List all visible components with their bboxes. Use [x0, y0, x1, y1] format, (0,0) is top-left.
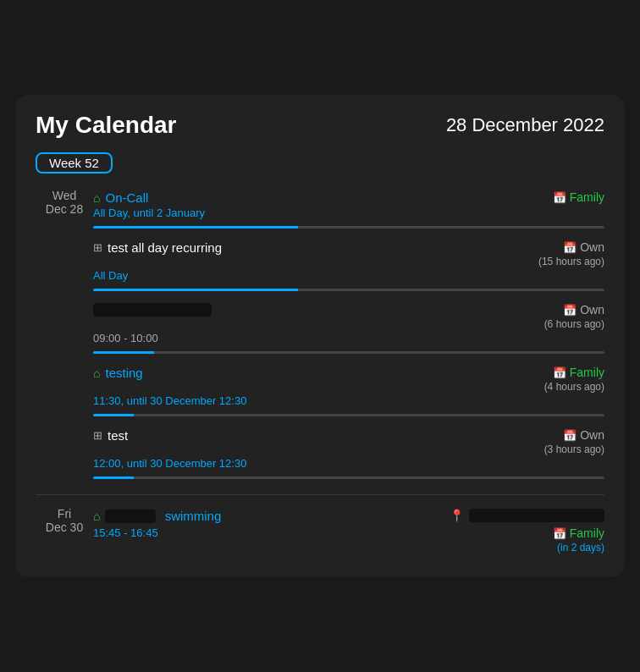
calendar-icon-oncall: 📅: [553, 191, 566, 204]
event-oncall[interactable]: ⌂ On-Call 📅 Family All Day, until 2 Janu…: [93, 185, 604, 235]
event-calendar-test: 📅 Own: [563, 428, 604, 442]
event-time-testallday: All Day: [93, 269, 128, 282]
day-section-fri: Fri Dec 30 ⌂ swimming 📍: [36, 504, 604, 557]
calendar-card: My Calendar 28 December 2022 Week 52 Wed…: [15, 95, 625, 577]
right-col-testing: 📅 Family (4 hours ago): [544, 366, 604, 393]
event-swimming[interactable]: ⌂ swimming 📍 15:45 - 16:45 📅 Famil: [93, 504, 604, 557]
event-calendar-blacked1: 📅 Own: [563, 303, 604, 317]
divider-testallday: [93, 289, 604, 291]
weekday-fri: Fri: [36, 507, 93, 521]
day-label-fri: Fri Dec 30: [36, 504, 93, 557]
right-col-swimming: 📅 Family (in 2 days): [553, 526, 604, 554]
monthday-dec30: Dec 30: [36, 521, 93, 534]
day-events-fri: ⌂ swimming 📍 15:45 - 16:45 📅 Famil: [93, 504, 604, 557]
header-title: My Calendar: [36, 112, 177, 139]
divider-testing: [93, 414, 604, 416]
header-date: 28 December 2022: [446, 114, 604, 136]
event-time-test: 12:00, until 30 December 12:30: [93, 457, 246, 470]
day-label-wed: Wed Dec 28: [36, 185, 93, 486]
recurring-icon-testallday: ⊞: [93, 241, 102, 254]
day-events-wed: ⌂ On-Call 📅 Family All Day, until 2 Janu…: [93, 185, 604, 486]
event-ago-test: (3 hours ago): [544, 443, 604, 455]
divider-blacked1: [93, 351, 604, 354]
calendar-icon-swimming: 📅: [553, 527, 566, 540]
location-pin-swimming: 📍: [450, 509, 464, 522]
event-time-blacked1: 09:00 - 10:00: [93, 332, 158, 344]
home-icon-testing: ⌂: [93, 366, 100, 380]
event-ago-testallday: (15 hours ago): [538, 256, 604, 267]
event-title-testallday: ⊞ test all day recurring: [93, 240, 222, 255]
right-col-blacked1: 📅 Own (6 hours ago): [544, 303, 604, 330]
event-location-row-swimming: 📍: [450, 509, 604, 522]
right-col-test: 📅 Own (3 hours ago): [544, 428, 604, 455]
event-ago-testing: (4 hours ago): [544, 381, 604, 393]
event-time-oncall: All Day, until 2 January: [93, 207, 205, 219]
event-title-test: ⊞ test: [93, 428, 128, 443]
event-title-swimming: ⌂ swimming: [93, 509, 221, 523]
event-ago-swimming: (in 2 days): [557, 542, 604, 554]
event-calendar-oncall: 📅 Family: [553, 190, 604, 204]
calendar-icon-testallday: 📅: [563, 241, 577, 254]
home-icon-swimming: ⌂: [93, 510, 100, 523]
header: My Calendar 28 December 2022: [36, 112, 604, 139]
home-icon-oncall: ⌂: [93, 191, 100, 205]
event-ago-blacked1: (6 hours ago): [544, 318, 604, 330]
event-calendar-testallday: 📅 Own: [563, 240, 604, 254]
blacked-swimming-name: [105, 510, 156, 523]
event-time-testing: 11:30, until 30 December 12:30: [93, 394, 246, 407]
week-badge[interactable]: Week 52: [36, 152, 113, 174]
divider-oncall: [93, 226, 604, 229]
right-col-testallday: 📅 Own (15 hours ago): [538, 240, 604, 267]
calendar-icon-test: 📅: [563, 429, 577, 442]
event-title-testing: ⌂ testing: [93, 366, 143, 380]
event-time-swimming: 15:45 - 16:45: [93, 526, 158, 539]
event-testing[interactable]: ⌂ testing 📅 Family (4 hours ago) 11:30, …: [93, 361, 604, 423]
divider-test: [93, 476, 604, 479]
section-divider: [36, 494, 604, 495]
event-calendar-swimming: 📅 Family: [553, 526, 604, 540]
day-section-wed: Wed Dec 28 ⌂ On-Call 📅 Family All Day,: [36, 185, 604, 486]
event-test-allday[interactable]: ⊞ test all day recurring 📅 Own (15 hours…: [93, 235, 604, 298]
event-blacked1[interactable]: 📅 Own (6 hours ago) 09:00 - 10:00: [93, 298, 604, 361]
calendar-icon-blacked1: 📅: [563, 304, 577, 317]
blacked-title-1: [93, 303, 212, 317]
calendar-icon-testing: 📅: [553, 366, 566, 379]
event-title-oncall: ⌂ On-Call: [93, 190, 148, 205]
event-title-blacked1: [93, 303, 212, 317]
event-calendar-testing: 📅 Family: [553, 366, 604, 379]
event-test[interactable]: ⊞ test 📅 Own (3 hours ago) 12:00, until …: [93, 423, 604, 486]
monthday-dec28: Dec 28: [36, 202, 93, 216]
blacked-location-swimming: [469, 509, 604, 522]
recurring-icon-test: ⊞: [93, 429, 102, 442]
weekday-wed: Wed: [36, 189, 93, 202]
